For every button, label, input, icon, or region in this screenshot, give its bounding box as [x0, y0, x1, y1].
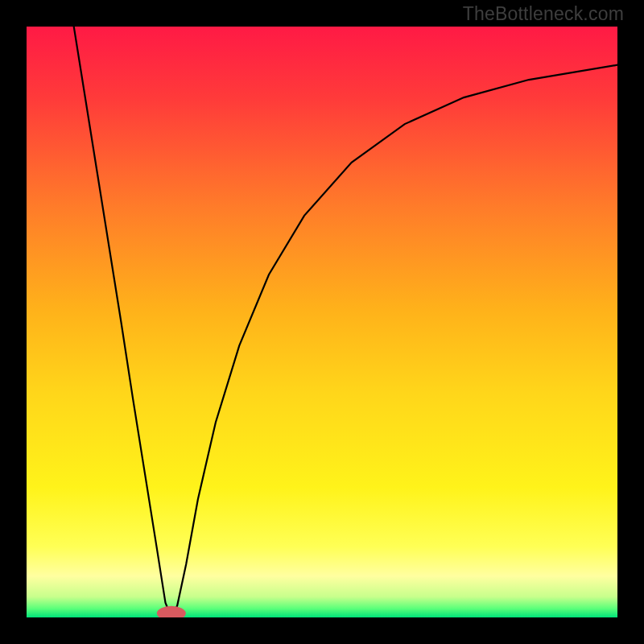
chart-svg	[27, 27, 617, 617]
chart-frame: TheBottleneck.com	[0, 0, 644, 644]
plot-background	[27, 27, 617, 617]
watermark-text: TheBottleneck.com	[463, 3, 624, 25]
